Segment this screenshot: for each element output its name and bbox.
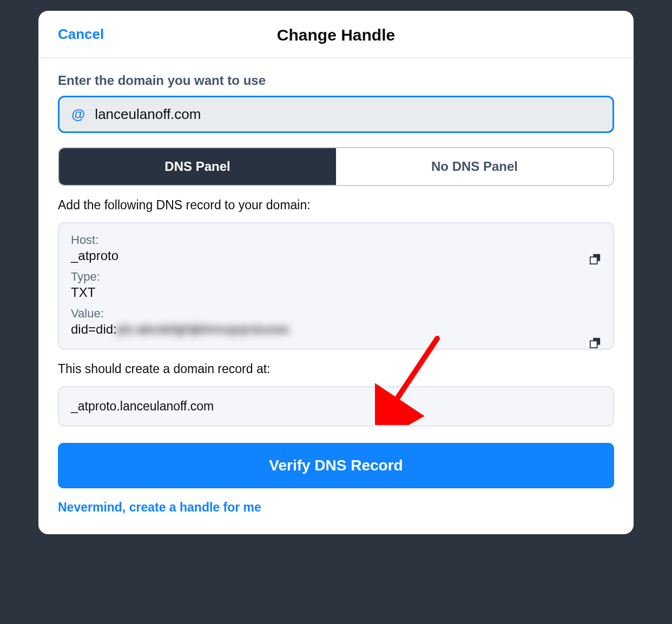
host-label: Host: [71, 233, 601, 247]
tab-group: DNS Panel No DNS Panel [58, 147, 614, 186]
value-prefix: did=did: [71, 322, 117, 336]
at-icon: @ [71, 106, 85, 123]
type-label: Type: [71, 270, 601, 284]
modal-header: Cancel Change Handle [38, 11, 634, 58]
change-handle-modal: Cancel Change Handle Enter the domain yo… [38, 11, 634, 534]
cancel-button[interactable]: Cancel [58, 26, 104, 43]
domain-input-wrap[interactable]: @ [58, 96, 614, 133]
domain-prompt-label: Enter the domain you want to use [58, 73, 614, 88]
dns-record-box: Host: _atproto Type: TXT Value: did=did:… [58, 222, 614, 350]
record-at-value: _atproto.lanceulanoff.com [71, 399, 214, 413]
modal-title: Change Handle [277, 26, 395, 44]
value-label: Value: [71, 307, 601, 321]
type-value: TXT [71, 285, 601, 300]
svg-rect-3 [590, 341, 597, 348]
dns-instruction: Add the following DNS record to your dom… [58, 198, 614, 213]
svg-rect-1 [590, 257, 597, 264]
copy-value-button[interactable] [589, 337, 601, 351]
record-prompt: This should create a domain record at: [58, 362, 614, 376]
modal-body: Enter the domain you want to use @ DNS P… [38, 58, 634, 534]
tab-dns-panel[interactable]: DNS Panel [59, 148, 336, 185]
copy-icon [589, 337, 601, 349]
copy-host-button[interactable] [589, 253, 601, 267]
copy-icon [589, 253, 601, 265]
host-value: _atproto [71, 248, 601, 263]
value-value: did=did:plc:abcdefghijklmnopqrstuvwx [71, 322, 601, 337]
domain-input[interactable] [95, 106, 601, 123]
verify-dns-button[interactable]: Verify DNS Record [58, 443, 614, 488]
tab-no-dns-panel[interactable]: No DNS Panel [336, 148, 613, 185]
nevermind-link[interactable]: Nevermind, create a handle for me [58, 500, 261, 514]
record-at-box: _atproto.lanceulanoff.com [58, 386, 614, 427]
value-hidden: plc:abcdefghijklmnopqrstuvwx [117, 322, 289, 337]
